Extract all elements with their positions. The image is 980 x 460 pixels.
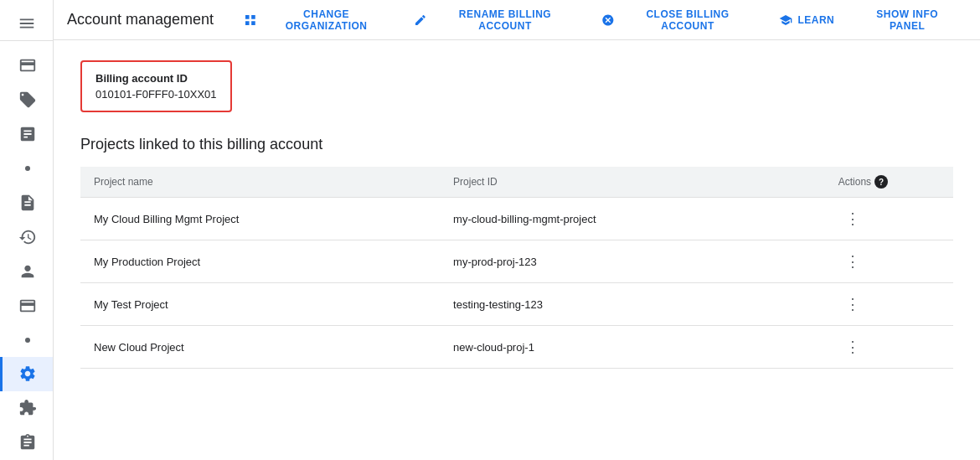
sidebar-item-transactions[interactable] xyxy=(0,185,53,220)
project-name-cell: New Cloud Project xyxy=(80,326,440,369)
col-header-actions: Actions ? xyxy=(825,167,953,198)
col-header-id: Project ID xyxy=(440,167,825,198)
billing-icon xyxy=(18,56,37,75)
close-circle-icon xyxy=(601,13,615,27)
rename-billing-button[interactable]: RENAME BILLING ACCOUNT xyxy=(404,3,588,37)
reports-icon xyxy=(18,125,37,143)
projects-section-title: Projects linked to this billing account xyxy=(80,136,953,153)
projects-section: Projects linked to this billing account … xyxy=(80,136,953,369)
sidebar-item-reports[interactable] xyxy=(0,116,53,151)
card-icon xyxy=(18,297,37,315)
project-id-cell: my-prod-proj-123 xyxy=(440,240,825,283)
table-row: My Test Projecttesting-testing-123⋮ xyxy=(80,283,953,326)
project-actions-cell: ⋮ xyxy=(825,283,953,326)
table-row: My Production Projectmy-prod-proj-123⋮ xyxy=(80,240,953,283)
billing-id-label: Billing account ID xyxy=(95,72,217,85)
clipboard-icon xyxy=(18,433,37,452)
actions-menu-button[interactable]: ⋮ xyxy=(838,293,867,315)
project-actions-cell: ⋮ xyxy=(825,326,953,369)
table-row: My Cloud Billing Mgmt Projectmy-cloud-bi… xyxy=(80,198,953,240)
billing-id-value: 010101-F0FFF0-10XX01 xyxy=(95,88,217,101)
transactions-icon xyxy=(18,194,37,212)
sidebar-item-dot1 xyxy=(0,151,53,185)
main-area: Account management CHANGE ORGANIZATION R… xyxy=(54,0,980,460)
pencil-icon xyxy=(414,13,427,27)
sidebar-item-billing[interactable] xyxy=(0,48,53,82)
learn-button[interactable]: LEARN xyxy=(769,8,844,32)
sidebar-logo-area xyxy=(0,7,53,41)
project-id-cell: my-cloud-billing-mgmt-project xyxy=(440,198,825,240)
sidebar xyxy=(0,0,54,460)
sidebar-item-settings[interactable] xyxy=(0,357,53,391)
page-title: Account management xyxy=(67,11,214,28)
sidebar-item-person[interactable] xyxy=(0,254,53,288)
actions-header: Actions ? xyxy=(838,175,940,189)
billing-id-box: Billing account ID 010101-F0FFF0-10XX01 xyxy=(80,60,232,112)
project-name-cell: My Cloud Billing Mgmt Project xyxy=(80,198,440,240)
table-row: New Cloud Projectnew-cloud-proj-1⋮ xyxy=(80,326,953,369)
topbar: Account management CHANGE ORGANIZATION R… xyxy=(54,0,980,40)
sidebar-item-tag[interactable] xyxy=(0,82,53,116)
nav-dot-2 xyxy=(25,338,30,343)
actions-help-icon[interactable]: ? xyxy=(874,175,888,189)
sidebar-item-history[interactable] xyxy=(0,220,53,254)
table-header-row: Project name Project ID Actions ? xyxy=(80,167,953,198)
project-actions-cell: ⋮ xyxy=(825,198,953,240)
show-info-panel-button[interactable]: SHOW INFO PANEL xyxy=(848,3,967,37)
person-icon xyxy=(18,262,37,281)
project-name-cell: My Production Project xyxy=(80,240,440,283)
graduation-icon xyxy=(779,13,792,27)
projects-table: Project name Project ID Actions ? xyxy=(80,167,953,369)
sidebar-item-dot2 xyxy=(0,323,53,357)
actions-menu-button[interactable]: ⋮ xyxy=(838,336,867,358)
project-id-cell: testing-testing-123 xyxy=(440,283,825,326)
col-header-name: Project name xyxy=(80,167,440,198)
project-actions-cell: ⋮ xyxy=(825,240,953,283)
history-icon xyxy=(18,228,37,246)
sidebar-item-puzzle[interactable] xyxy=(0,391,53,426)
close-billing-button[interactable]: CLOSE BILLING ACCOUNT xyxy=(591,3,766,37)
actions-menu-button[interactable]: ⋮ xyxy=(838,208,867,230)
projects-table-body: My Cloud Billing Mgmt Projectmy-cloud-bi… xyxy=(80,198,953,369)
grid-icon xyxy=(244,13,257,27)
puzzle-icon xyxy=(18,399,37,417)
change-org-button[interactable]: CHANGE ORGANIZATION xyxy=(234,3,400,37)
actions-menu-button[interactable]: ⋮ xyxy=(838,251,867,272)
project-id-cell: new-cloud-proj-1 xyxy=(440,326,825,369)
content-area: Billing account ID 010101-F0FFF0-10XX01 … xyxy=(54,40,980,460)
menu-icon[interactable] xyxy=(18,14,36,33)
settings-icon xyxy=(18,364,37,383)
nav-dot-1 xyxy=(25,166,30,171)
sidebar-item-clipboard[interactable] xyxy=(0,426,53,460)
topbar-actions: CHANGE ORGANIZATION RENAME BILLING ACCOU… xyxy=(234,3,967,37)
tag-icon xyxy=(18,90,37,109)
sidebar-item-card[interactable] xyxy=(0,288,53,323)
project-name-cell: My Test Project xyxy=(80,283,440,326)
